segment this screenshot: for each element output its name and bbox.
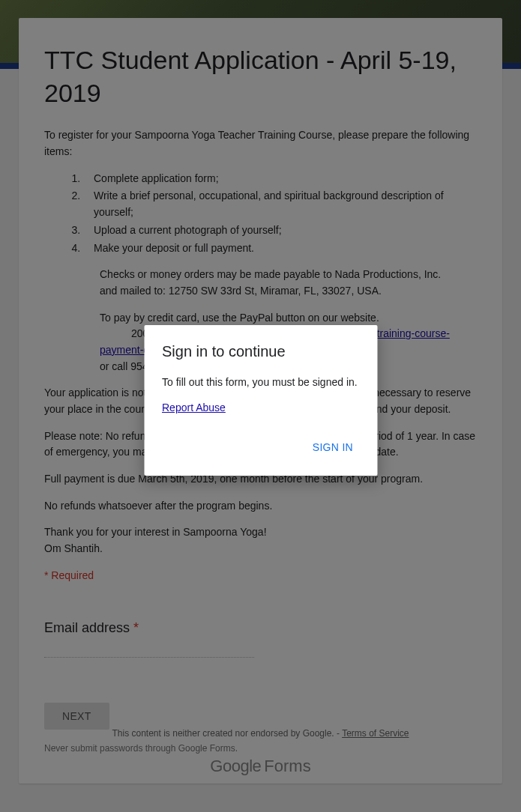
dialog-title: Sign in to continue	[162, 343, 359, 360]
signin-button[interactable]: SIGN IN	[307, 437, 359, 458]
dialog-text: To fill out this form, you must be signe…	[162, 375, 359, 390]
signin-dialog: Sign in to continue To fill out this for…	[144, 325, 377, 476]
report-abuse-link[interactable]: Report Abuse	[162, 402, 226, 413]
